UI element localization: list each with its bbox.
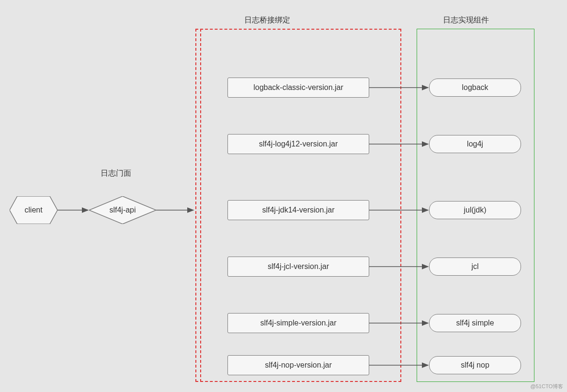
label-facade: 日志门面 — [101, 168, 131, 179]
impl-node-0: logback — [429, 78, 521, 97]
impl-text-3: jcl — [471, 262, 478, 271]
impl-text-1: log4j — [467, 140, 483, 148]
impl-text-5: slf4j nop — [461, 361, 489, 370]
impl-node-5: slf4j nop — [429, 356, 521, 374]
bridge-node-3: slf4j-jcl-version.jar — [227, 257, 369, 277]
impl-text-0: logback — [462, 83, 488, 92]
bridge-text-1: slf4j-log4j12-version.jar — [259, 140, 338, 148]
bridge-text-0: logback-classic-version.jar — [253, 83, 343, 92]
client-label: client — [24, 206, 42, 214]
bridge-node-4: slf4j-simple-version.jar — [227, 313, 369, 333]
impl-text-2: jul(jdk) — [464, 206, 486, 214]
impl-node-3: jcl — [429, 258, 521, 276]
label-impl: 日志实现组件 — [443, 15, 489, 25]
impl-node-2: jul(jdk) — [429, 201, 521, 219]
api-node: slf4j-api — [89, 196, 156, 224]
impl-node-4: slf4j simple — [429, 314, 521, 332]
impl-text-4: slf4j simple — [456, 319, 494, 327]
bridge-text-3: slf4j-jcl-version.jar — [268, 262, 329, 271]
diagram-canvas: 日志门面 日志桥接绑定 日志实现组件 client slf4j-api logb… — [0, 0, 567, 392]
label-bridge: 日志桥接绑定 — [244, 15, 290, 25]
bridge-text-5: slf4j-nop-version.jar — [265, 361, 332, 370]
client-node: client — [10, 196, 57, 224]
bridge-node-0: logback-classic-version.jar — [227, 78, 369, 98]
bridge-text-2: slf4j-jdk14-version.jar — [262, 206, 334, 214]
bridge-node-5: slf4j-nop-version.jar — [227, 355, 369, 375]
watermark: @51CTO博客 — [531, 383, 563, 390]
impl-node-1: log4j — [429, 135, 521, 153]
bridge-node-2: slf4j-jdk14-version.jar — [227, 200, 369, 220]
bridge-node-1: slf4j-log4j12-version.jar — [227, 134, 369, 154]
bridge-text-4: slf4j-simple-version.jar — [260, 319, 336, 327]
api-label: slf4j-api — [109, 206, 136, 214]
